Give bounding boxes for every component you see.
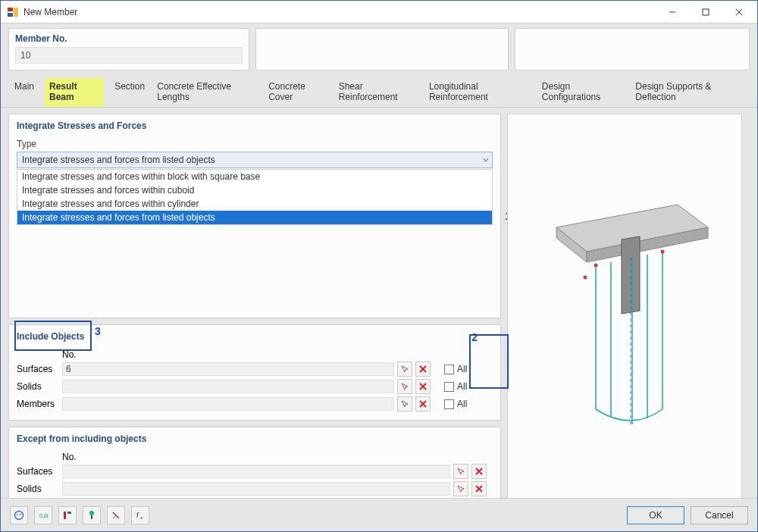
svg-rect-0 [8, 8, 13, 11]
tree-button[interactable] [83, 506, 101, 524]
type-dropdown-value: Integrate stresses and forces from liste… [22, 155, 215, 165]
svg-rect-40 [91, 515, 92, 519]
svg-rect-38 [67, 512, 71, 514]
svg-point-30 [661, 250, 665, 254]
integrate-title: Integrate Stresses and Forces [17, 120, 493, 131]
include-title: Include Objects [17, 331, 493, 342]
except-solids-label: Solids [17, 483, 59, 494]
type-dropdown-list: Integrate stresses and forces within blo… [17, 169, 493, 225]
type-label: Type [17, 139, 493, 149]
svg-rect-4 [703, 9, 709, 15]
preview-figure-icon [526, 182, 723, 455]
except-pick-solids-button[interactable] [453, 481, 468, 496]
except-clear-solids-button[interactable] [471, 481, 487, 496]
include-surfaces-all[interactable]: All [444, 364, 493, 374]
include-solids-label: Solids [17, 381, 59, 392]
units-button[interactable]: 0,00 [34, 506, 52, 524]
svg-rect-37 [64, 512, 66, 519]
maximize-button[interactable] [689, 2, 722, 23]
svg-rect-1 [8, 13, 13, 17]
cancel-button[interactable]: Cancel [691, 506, 748, 524]
clear-surfaces-button[interactable] [415, 361, 431, 377]
tab-shear-reinforcement[interactable]: Shear Reinforcement [337, 78, 418, 107]
except-title: Except from including objects [17, 433, 493, 444]
svg-point-35 [20, 514, 21, 515]
member-no-input[interactable] [15, 47, 243, 64]
ok-button[interactable]: OK [627, 506, 684, 524]
tab-design-configurations[interactable]: Design Configurations [540, 78, 625, 107]
svg-text:x: x [140, 515, 143, 520]
include-members-label: Members [17, 399, 59, 409]
window-title: New Member [23, 7, 656, 17]
show-member-button[interactable] [58, 506, 77, 524]
clear-button[interactable] [107, 506, 125, 524]
formula-button[interactable]: fx [131, 506, 149, 524]
tab-main[interactable]: Main [13, 78, 36, 107]
clear-solids-button[interactable] [415, 379, 431, 394]
svg-rect-2 [14, 8, 18, 17]
include-solids-input[interactable] [62, 380, 394, 393]
tab-design-supports-deflection[interactable]: Design Supports & Deflection [634, 78, 745, 107]
header-panel-2 [255, 28, 509, 70]
type-dropdown[interactable]: Integrate stresses and forces from liste… [17, 152, 493, 168]
include-surfaces-input[interactable]: 6 [62, 362, 394, 376]
include-members-input[interactable] [62, 397, 394, 411]
preview-panel [507, 114, 742, 523]
header-panel-3 [515, 28, 750, 70]
except-solids-input[interactable] [62, 482, 450, 496]
include-objects-panel: Include Objects No. Surfaces 6 All Solid… [8, 324, 501, 421]
pick-surfaces-button[interactable] [397, 361, 412, 377]
close-button[interactable] [722, 2, 756, 23]
svg-point-31 [584, 276, 587, 280]
svg-point-29 [594, 264, 598, 268]
except-surfaces-input[interactable] [62, 465, 450, 478]
type-option-cuboid[interactable]: Integrate stresses and forces within cub… [17, 183, 492, 197]
minimize-button[interactable] [656, 2, 689, 23]
svg-point-39 [89, 511, 94, 515]
svg-text:0,00: 0,00 [39, 513, 49, 518]
except-clear-surfaces-button[interactable] [471, 464, 487, 479]
app-icon [7, 6, 19, 18]
include-solids-all[interactable]: All [444, 381, 493, 392]
tab-concrete-cover[interactable]: Concrete Cover [267, 78, 328, 107]
integrate-panel: Integrate Stresses and Forces Type Integ… [8, 114, 501, 318]
help-button[interactable] [10, 506, 28, 524]
svg-text:f: f [136, 512, 139, 519]
except-no-header: No. [62, 452, 450, 462]
tab-section[interactable]: Section [113, 78, 146, 107]
type-option-cylinder[interactable]: Integrate stresses and forces within cyl… [17, 197, 492, 211]
tab-longitudinal-reinforcement[interactable]: Longitudinal Reinforcement [428, 78, 531, 107]
except-surfaces-label: Surfaces [17, 466, 59, 477]
tab-effective-lengths[interactable]: Concrete Effective Lengths [155, 78, 258, 107]
include-no-header: No. [62, 349, 394, 360]
chevron-down-icon [483, 155, 489, 165]
svg-point-34 [17, 514, 18, 515]
include-surfaces-label: Surfaces [17, 364, 59, 374]
tab-result-beam[interactable]: Result Beam [45, 78, 104, 107]
clear-members-button[interactable] [415, 396, 431, 412]
pick-members-button[interactable] [397, 396, 412, 412]
type-option-listed-objects[interactable]: Integrate stresses and forces from liste… [17, 211, 492, 224]
type-option-block-square[interactable]: Integrate stresses and forces within blo… [17, 170, 492, 183]
except-pick-surfaces-button[interactable] [453, 464, 468, 479]
member-no-label: Member No. [15, 33, 243, 44]
svg-point-33 [15, 511, 23, 519]
pick-solids-button[interactable] [397, 379, 412, 394]
include-members-all[interactable]: All [444, 399, 493, 409]
